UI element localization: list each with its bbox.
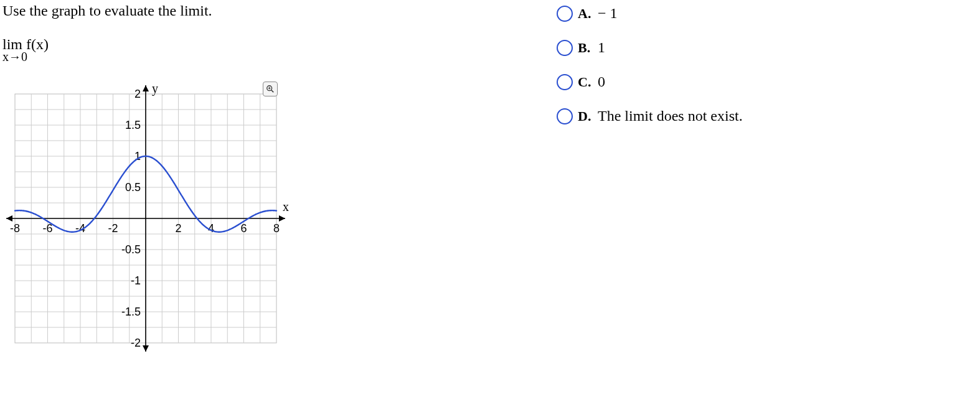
svg-text:-1: -1 [131, 274, 141, 287]
svg-text:-2: -2 [131, 337, 141, 349]
limit-top: lim f(x) [2, 37, 557, 52]
choice-d[interactable]: D.The limit does not exist. [557, 108, 980, 124]
choice-c[interactable]: C.0 [557, 73, 980, 90]
svg-text:0.5: 0.5 [125, 181, 141, 194]
choice-text: 0 [598, 73, 605, 90]
limit-expression: lim f(x) x→0 [2, 37, 557, 63]
svg-text:x: x [283, 200, 289, 213]
function-graph: -8-6-4-22468-2-1.5-1-0.50.511.52xy [2, 82, 289, 368]
choice-text: 1 [598, 39, 605, 56]
choice-b[interactable]: B.1 [557, 39, 980, 56]
radio-a[interactable] [557, 6, 573, 22]
svg-text:1.5: 1.5 [125, 119, 141, 131]
svg-marker-39 [143, 85, 149, 91]
limit-bottom: x→0 [2, 50, 557, 63]
radio-b[interactable] [557, 40, 573, 56]
svg-marker-38 [6, 215, 12, 222]
svg-text:2: 2 [175, 222, 181, 235]
choice-letter: A. [578, 6, 593, 22]
graph-panel: -8-6-4-22468-2-1.5-1-0.50.511.52xy [2, 82, 289, 374]
choice-letter: C. [578, 74, 593, 90]
zoom-icon [266, 85, 275, 93]
choice-letter: D. [578, 108, 593, 124]
radio-c[interactable] [557, 74, 573, 90]
svg-text:6: 6 [240, 222, 247, 235]
choice-text: − 1 [598, 5, 618, 22]
radio-d[interactable] [557, 108, 573, 124]
choice-letter: B. [578, 40, 593, 56]
svg-marker-37 [279, 215, 285, 222]
choice-text: The limit does not exist. [598, 108, 743, 124]
zoom-button[interactable] [263, 82, 278, 96]
svg-line-1 [271, 90, 274, 93]
question-prompt: Use the graph to evaluate the limit. [2, 2, 557, 19]
svg-text:-2: -2 [108, 222, 118, 235]
svg-text:y: y [152, 82, 158, 96]
svg-marker-40 [143, 345, 149, 352]
svg-text:2: 2 [134, 88, 141, 100]
svg-text:-0.5: -0.5 [121, 243, 141, 256]
answer-choices: A.− 1B.1C.0D.The limit does not exist. [557, 2, 980, 124]
choice-a[interactable]: A.− 1 [557, 5, 980, 22]
svg-text:-8: -8 [10, 222, 20, 235]
svg-text:8: 8 [273, 222, 280, 235]
svg-text:-1.5: -1.5 [121, 306, 141, 318]
